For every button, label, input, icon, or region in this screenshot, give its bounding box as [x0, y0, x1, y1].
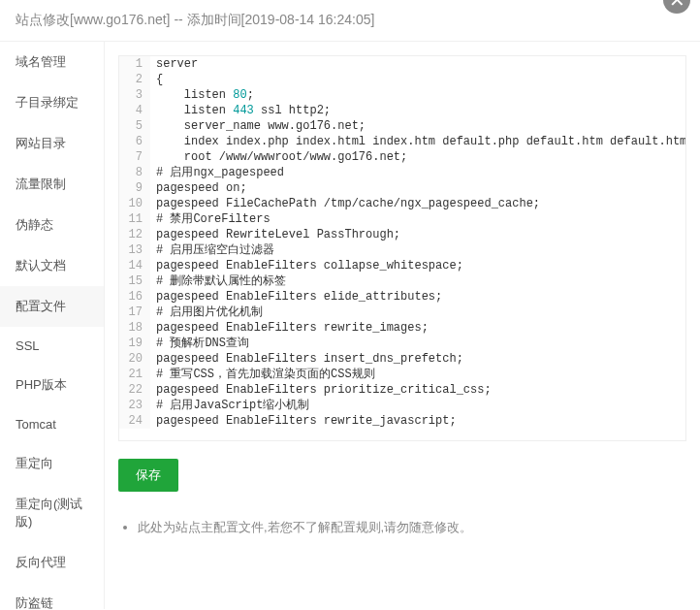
- code-line: 3 listen 80;: [119, 87, 685, 103]
- line-number: 16: [119, 289, 150, 305]
- sidebar-item[interactable]: 重定向(测试版): [0, 484, 104, 542]
- config-editor[interactable]: 1server2{3 listen 80;4 listen 443 ssl ht…: [118, 55, 686, 441]
- code-line: 12pagespeed RewriteLevel PassThrough;: [119, 227, 685, 242]
- code-line: 1server: [119, 56, 685, 72]
- sidebar-item[interactable]: SSL: [0, 327, 104, 365]
- code-text: root /www/wwwroot/www.go176.net;: [150, 149, 407, 165]
- line-number: 11: [119, 211, 150, 227]
- code-line: 20pagespeed EnableFilters insert_dns_pre…: [119, 351, 685, 367]
- code-text: pagespeed EnableFilters prioritize_criti…: [150, 382, 492, 398]
- line-number: 13: [119, 242, 150, 258]
- line-number: 8: [119, 165, 150, 180]
- code-text: # 启用压缩空白过滤器: [150, 242, 274, 258]
- code-line: 4 listen 443 ssl http2;: [119, 103, 685, 118]
- line-number: 21: [119, 367, 150, 382]
- code-line: 13# 启用压缩空白过滤器: [119, 242, 685, 258]
- line-number: 9: [119, 180, 150, 196]
- sidebar-item[interactable]: Tomcat: [0, 405, 104, 443]
- sidebar-item[interactable]: PHP版本: [0, 365, 104, 405]
- code-line: 23# 启用JavaScript缩小机制: [119, 398, 685, 413]
- code-text: # 重写CSS，首先加载渲染页面的CSS规则: [150, 367, 375, 382]
- sidebar-item[interactable]: 流量限制: [0, 164, 104, 205]
- code-text: # 预解析DNS查询: [150, 336, 249, 351]
- line-number: 18: [119, 320, 150, 336]
- code-text: server_name www.go176.net;: [150, 118, 366, 134]
- sidebar-item[interactable]: 网站目录: [0, 123, 104, 164]
- code-line: 9pagespeed on;: [119, 180, 685, 196]
- line-number: 3: [119, 87, 150, 103]
- sidebar: 域名管理子目录绑定网站目录流量限制伪静态默认文档配置文件SSLPHP版本Tomc…: [0, 42, 105, 609]
- code-text: pagespeed RewriteLevel PassThrough;: [150, 227, 400, 242]
- main-panel: 1server2{3 listen 80;4 listen 443 ssl ht…: [105, 42, 700, 609]
- line-number: 7: [119, 149, 150, 165]
- sidebar-item[interactable]: 伪静态: [0, 205, 104, 245]
- sidebar-item[interactable]: 域名管理: [0, 42, 104, 82]
- line-number: 10: [119, 196, 150, 211]
- dialog-title: 站点修改[www.go176.net] -- 添加时间[2019-08-14 1…: [0, 0, 700, 42]
- code-text: pagespeed EnableFilters insert_dns_prefe…: [150, 351, 463, 367]
- code-line: 24pagespeed EnableFilters rewrite_javasc…: [119, 413, 685, 429]
- code-line: 21# 重写CSS，首先加载渲染页面的CSS规则: [119, 367, 685, 382]
- line-number: 2: [119, 72, 150, 87]
- line-number: 4: [119, 103, 150, 118]
- save-button[interactable]: 保存: [118, 459, 178, 492]
- code-text: listen 80;: [150, 87, 254, 103]
- line-number: 12: [119, 227, 150, 242]
- line-number: 5: [119, 118, 150, 134]
- line-number: 19: [119, 336, 150, 351]
- code-text: pagespeed FileCachePath /tmp/cache/ngx_p…: [150, 196, 540, 211]
- code-line: 18pagespeed EnableFilters rewrite_images…: [119, 320, 685, 336]
- code-text: pagespeed EnableFilters rewrite_javascri…: [150, 413, 457, 429]
- line-number: 22: [119, 382, 150, 398]
- note-list: 此处为站点主配置文件,若您不了解配置规则,请勿随意修改。: [124, 519, 686, 536]
- sidebar-item[interactable]: 配置文件: [0, 286, 104, 327]
- line-number: 23: [119, 398, 150, 413]
- code-text: pagespeed EnableFilters rewrite_images;: [150, 320, 429, 336]
- sidebar-item[interactable]: 子目录绑定: [0, 82, 104, 123]
- code-text: # 启用图片优化机制: [150, 305, 263, 320]
- code-line: 15# 删除带默认属性的标签: [119, 273, 685, 289]
- code-text: # 启用JavaScript缩小机制: [150, 398, 309, 413]
- code-text: # 删除带默认属性的标签: [150, 273, 286, 289]
- line-number: 17: [119, 305, 150, 320]
- code-line: 6 index index.php index.html index.htm d…: [119, 134, 685, 149]
- sidebar-item[interactable]: 反向代理: [0, 542, 104, 583]
- code-line: 5 server_name www.go176.net;: [119, 118, 685, 134]
- code-text: listen 443 ssl http2;: [150, 103, 331, 118]
- sidebar-item[interactable]: 防盗链: [0, 583, 104, 609]
- code-text: {: [150, 72, 163, 87]
- line-number: 20: [119, 351, 150, 367]
- line-number: 6: [119, 134, 150, 149]
- code-line: 11# 禁用CoreFilters: [119, 211, 685, 227]
- line-number: 1: [119, 56, 150, 72]
- sidebar-item[interactable]: 重定向: [0, 443, 104, 484]
- code-text: pagespeed EnableFilters elide_attributes…: [150, 289, 442, 305]
- code-text: # 启用ngx_pagespeed: [150, 165, 284, 180]
- code-text: pagespeed on;: [150, 180, 247, 196]
- code-line: 7 root /www/wwwroot/www.go176.net;: [119, 149, 685, 165]
- code-line: 10pagespeed FileCachePath /tmp/cache/ngx…: [119, 196, 685, 211]
- code-text: index index.php index.html index.htm def…: [150, 134, 686, 149]
- code-line: 2{: [119, 72, 685, 87]
- note-item: 此处为站点主配置文件,若您不了解配置规则,请勿随意修改。: [138, 519, 686, 536]
- line-number: 24: [119, 413, 150, 429]
- code-line: 16pagespeed EnableFilters elide_attribut…: [119, 289, 685, 305]
- code-text: server: [150, 56, 198, 72]
- sidebar-item[interactable]: 默认文档: [0, 245, 104, 286]
- code-text: # 禁用CoreFilters: [150, 211, 270, 227]
- line-number: 14: [119, 258, 150, 273]
- code-line: 22pagespeed EnableFilters prioritize_cri…: [119, 382, 685, 398]
- code-line: 17# 启用图片优化机制: [119, 305, 685, 320]
- line-number: 15: [119, 273, 150, 289]
- code-text: pagespeed EnableFilters collapse_whitesp…: [150, 258, 463, 273]
- code-line: 8# 启用ngx_pagespeed: [119, 165, 685, 180]
- code-line: 14pagespeed EnableFilters collapse_white…: [119, 258, 685, 273]
- code-line: 19# 预解析DNS查询: [119, 336, 685, 351]
